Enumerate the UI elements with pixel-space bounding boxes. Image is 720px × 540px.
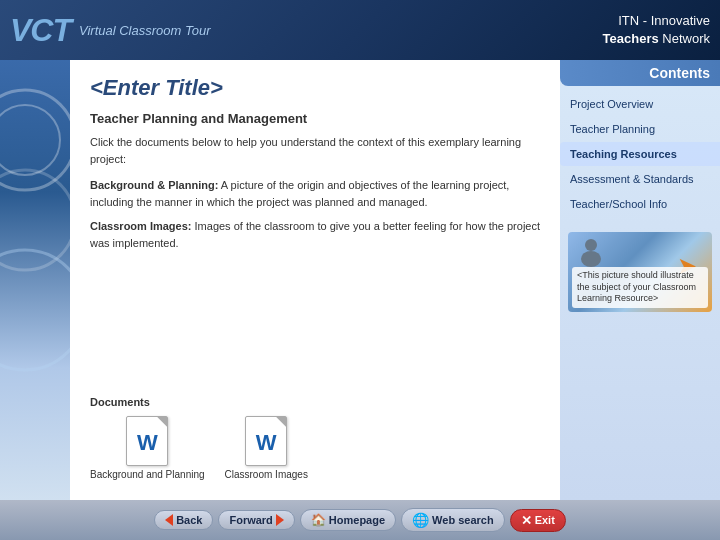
left-decoration	[0, 60, 70, 500]
back-label: Back	[176, 514, 202, 526]
word-w-icon: W	[137, 430, 158, 456]
exit-button[interactable]: ✕ Exit	[510, 509, 566, 532]
itn-prefix: ITN - Innovative	[603, 12, 710, 30]
forward-label: Forward	[229, 514, 272, 526]
left-strip	[0, 60, 70, 500]
doc-icons: W Background and Planning W Classroom Im…	[90, 416, 540, 480]
bottom-bar: Back Forward 🏠 Homepage 🌐 Web search ✕ E…	[0, 500, 720, 540]
nav-item-project-overview[interactable]: Project Overview	[560, 92, 720, 116]
doc1-label: Background and Planning	[90, 469, 205, 480]
header: VCT Virtual Classroom Tour ITN - Innovat…	[0, 0, 720, 60]
svg-point-2	[0, 170, 70, 270]
homepage-button[interactable]: 🏠 Homepage	[300, 509, 396, 531]
forward-button[interactable]: Forward	[218, 510, 294, 530]
doc2-entry: Classroom Images: Images of the classroo…	[90, 218, 540, 251]
nav-item-teaching-resources[interactable]: Teaching Resources	[560, 142, 720, 166]
doc1-icon-item[interactable]: W Background and Planning	[90, 416, 205, 480]
nav-item-teacher-planning[interactable]: Teacher Planning	[560, 117, 720, 141]
exit-label: Exit	[535, 514, 555, 526]
doc2-title: Classroom Images:	[90, 220, 191, 232]
person-silhouette-icon	[576, 237, 606, 267]
content-area: <Enter Title> Teacher Planning and Manag…	[70, 60, 560, 500]
vct-subtitle: Virtual Classroom Tour	[79, 23, 211, 38]
doc1-title: Background & Planning:	[90, 179, 218, 191]
doc1-entry: Background & Planning: A picture of the …	[90, 177, 540, 210]
back-button[interactable]: Back	[154, 510, 213, 530]
websearch-button[interactable]: 🌐 Web search	[401, 508, 505, 532]
doc2-label: Classroom Images	[225, 469, 308, 480]
doc1-word-icon[interactable]: W	[126, 416, 168, 466]
back-arrow-icon	[165, 514, 173, 526]
itn-teachers-bold: Teachers	[603, 31, 659, 46]
main-area: <Enter Title> Teacher Planning and Manag…	[0, 60, 720, 500]
svg-point-1	[0, 105, 60, 175]
doc2-word-icon[interactable]: W	[245, 416, 287, 466]
nav-item-teacher-school[interactable]: Teacher/School Info	[560, 192, 720, 216]
itn-teachers: Teachers Network	[603, 30, 710, 48]
intro-text: Click the documents below to help you un…	[90, 134, 540, 167]
word-w-icon-2: W	[256, 430, 277, 456]
right-sidebar: Contents Project Overview Teacher Planni…	[560, 60, 720, 500]
nav-item-assessment[interactable]: Assessment & Standards	[560, 167, 720, 191]
contents-header: Contents	[560, 60, 720, 86]
itn-logo: ITN - Innovative Teachers Network	[603, 12, 710, 48]
vct-letters: VCT	[10, 12, 71, 49]
picture-box: ➤ <This picture should illustrate the su…	[568, 232, 712, 312]
nav-items: Project Overview Teacher Planning Teachi…	[560, 86, 720, 222]
svg-point-5	[581, 251, 601, 267]
itn-network: Network	[662, 31, 710, 46]
forward-arrow-icon	[276, 514, 284, 526]
homepage-label: Homepage	[329, 514, 385, 526]
section-title: Teacher Planning and Management	[90, 111, 540, 126]
vct-logo: VCT Virtual Classroom Tour	[10, 12, 211, 49]
x-icon: ✕	[521, 513, 532, 528]
svg-point-4	[585, 239, 597, 251]
documents-label: Documents	[90, 396, 540, 408]
picture-caption: <This picture should illustrate the subj…	[572, 267, 708, 308]
home-icon: 🏠	[311, 513, 326, 527]
doc2-icon-item[interactable]: W Classroom Images	[225, 416, 308, 480]
globe-icon: 🌐	[412, 512, 429, 528]
websearch-label: Web search	[432, 514, 494, 526]
page-title: <Enter Title>	[90, 75, 540, 101]
